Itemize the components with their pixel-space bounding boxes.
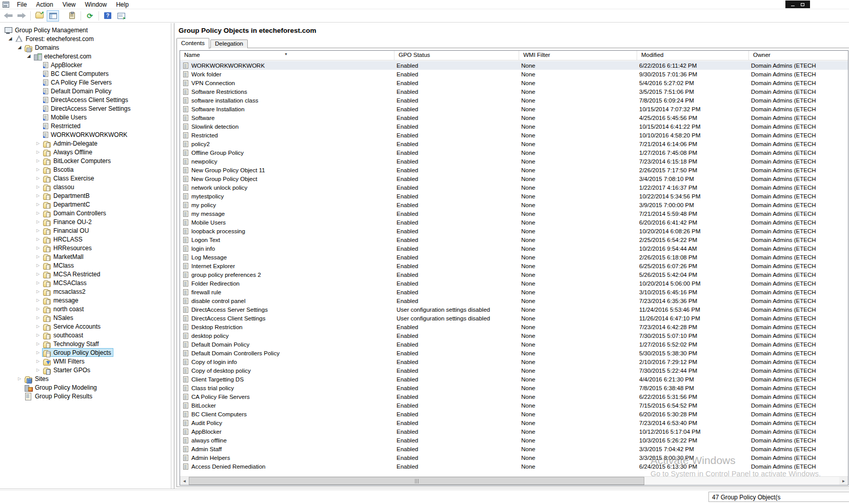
table-row[interactable]: my message Enabled None 7/21/2014 5:59:4…	[180, 209, 848, 218]
table-row[interactable]: WORKWORKWORKWORK Enabled None 6/22/2016 …	[180, 61, 848, 70]
table-row[interactable]: Software Installation Enabled None 10/15…	[180, 105, 848, 113]
tree-item[interactable]: ▷ Service Accounts	[0, 322, 171, 331]
expander-icon[interactable]: ▷	[34, 278, 42, 287]
tree-item[interactable]: DirectAccess Client Settings	[0, 95, 171, 104]
expander-icon[interactable]: ▷	[15, 374, 24, 383]
table-row[interactable]: mytestpolicy Enabled None 10/22/2014 5:3…	[180, 192, 848, 200]
scrollbar-track[interactable]	[644, 477, 839, 485]
table-row[interactable]: Log Message Enabled None 2/26/2015 6:18:…	[180, 253, 848, 261]
tree-item[interactable]: ▷ Technology Staff	[0, 339, 171, 348]
expander-icon[interactable]: ▷	[34, 235, 42, 244]
table-row[interactable]: Slowlink detection Enabled None 10/15/20…	[180, 122, 848, 131]
column-header-modified[interactable]: Modified	[637, 51, 749, 60]
tree-item[interactable]: ◢ etecheforest.com	[0, 52, 171, 61]
menu-file[interactable]: File	[12, 0, 31, 9]
tree-item[interactable]: WORKWORKWORKWORK	[0, 130, 171, 139]
column-header-name[interactable]: Name ▼	[180, 51, 394, 60]
table-row[interactable]: Default Domain Controllers Policy Enable…	[180, 349, 848, 357]
expander-icon[interactable]: ▷	[34, 209, 42, 217]
table-row[interactable]: DirectAccess Client Settings User config…	[180, 314, 848, 322]
table-row[interactable]: DirectAccess Server Settings User config…	[180, 305, 848, 314]
expander-icon[interactable]: ◢	[25, 52, 33, 61]
expander-icon[interactable]: ▷	[34, 148, 42, 156]
forward-button[interactable]	[15, 10, 28, 22]
up-one-level-button[interactable]	[33, 10, 46, 22]
tree-item[interactable]: ▷ mcsaclass2	[0, 287, 171, 296]
expander-icon[interactable]: ▷	[34, 191, 42, 200]
tree-item[interactable]: ▷ Bscotia	[0, 165, 171, 174]
table-row[interactable]: Access Denied Remediation Enabled None 6…	[180, 462, 848, 471]
tree-item[interactable]: ▷ Starter GPOs	[0, 366, 171, 374]
expander-icon[interactable]: ▷	[34, 322, 42, 331]
tree-item[interactable]: ▷ DepartmentB	[0, 191, 171, 200]
table-row[interactable]: desktop policy Enabled None 7/30/2015 5:…	[180, 331, 848, 340]
maximize-icon[interactable]	[801, 3, 804, 6]
expander-icon[interactable]: ▷	[34, 217, 42, 226]
table-row[interactable]: VPN Connection Enabled None 5/4/2016 5:2…	[180, 78, 848, 87]
tree-item[interactable]: ▷ north coast	[0, 305, 171, 313]
expander-icon[interactable]: ▷	[34, 261, 42, 270]
table-row[interactable]: BitLocker Enabled None 7/15/2015 6:54:52…	[180, 401, 848, 410]
table-row[interactable]: New Group Policy Object 11 Enabled None …	[180, 166, 848, 174]
table-row[interactable]: Copy of login info Enabled None 2/10/201…	[180, 357, 848, 366]
table-row[interactable]: Software Restrictions Enabled None 3/5/2…	[180, 87, 848, 96]
table-row[interactable]: firewall rule Enabled None 3/10/2015 6:4…	[180, 288, 848, 296]
tree-item[interactable]: ▷ Domain Controllers	[0, 209, 171, 217]
column-header-wmi-filter[interactable]: WMI Filter	[519, 51, 637, 60]
tree-item[interactable]: ▷ MarketMall	[0, 252, 171, 261]
refresh-button[interactable]: ⟳	[84, 10, 96, 22]
tree-item-selected[interactable]: ▷ Group Policy Objects	[0, 348, 171, 357]
expander-icon[interactable]: ▷	[34, 331, 42, 339]
scrollbar-thumb[interactable]	[189, 477, 644, 485]
tree-item[interactable]: ▷ DepartmentC	[0, 200, 171, 209]
expander-icon[interactable]: ▷	[34, 226, 42, 235]
table-row[interactable]: New Group Policy Object Enabled None 3/4…	[180, 174, 848, 183]
tree-item[interactable]: ▷ MCSA Restricted	[0, 270, 171, 278]
menu-action[interactable]: Action	[31, 0, 57, 9]
tree-item[interactable]: ▷ Finance OU-2	[0, 217, 171, 226]
table-row[interactable]: Internet Explorer Enabled None 6/25/2015…	[180, 261, 848, 270]
table-row[interactable]: Admin Helpers Enabled None 3/3/2015 8:00…	[180, 453, 848, 462]
table-row[interactable]: network unlock policy Enabled None 1/22/…	[180, 183, 848, 192]
table-row[interactable]: Default Domain Policy Enabled None 1/27/…	[180, 340, 848, 349]
scroll-right-button[interactable]: ►	[839, 477, 848, 485]
horizontal-scrollbar[interactable]: ◄ ►	[180, 476, 848, 485]
table-row[interactable]: Folder Redirection Enabled None 10/20/20…	[180, 279, 848, 288]
minimize-icon[interactable]	[791, 6, 795, 6]
menu-view[interactable]: View	[58, 0, 81, 9]
table-row[interactable]: loopback processing Enabled None 10/20/2…	[180, 227, 848, 235]
tree-item[interactable]: ▷ HRCLASS	[0, 235, 171, 244]
tree-item[interactable]: Restrricted	[0, 122, 171, 130]
panel-splitter[interactable]	[171, 23, 174, 489]
expander-icon[interactable]: ▷	[34, 200, 42, 209]
expander-icon[interactable]: ▷	[34, 165, 42, 174]
tree-item[interactable]: ▷ Sites	[0, 374, 171, 383]
tree-item[interactable]: ▷ MCSAClass	[0, 278, 171, 287]
menu-window[interactable]: Window	[81, 0, 112, 9]
expander-icon[interactable]: ▷	[34, 313, 42, 322]
tree-item[interactable]: ▷ Always Offline	[0, 148, 171, 156]
column-header-gpo-status[interactable]: GPO Status	[394, 51, 519, 60]
tree-item[interactable]: BC Client Computers	[0, 69, 171, 78]
tree-item[interactable]: AppBlocker	[0, 61, 171, 69]
table-row[interactable]: software installation class Enabled None…	[180, 96, 848, 105]
expander-icon[interactable]: ▷	[34, 339, 42, 348]
table-row[interactable]: Logon Text Enabled None 2/25/2015 6:54:2…	[180, 235, 848, 244]
tree-item[interactable]: ▷ MClass	[0, 261, 171, 270]
menu-help[interactable]: Help	[111, 0, 133, 9]
table-row[interactable]: always offline Enabled None 10/3/2016 5:…	[180, 436, 848, 445]
tree-item[interactable]: ▷ WMI Filters	[0, 357, 171, 366]
tree-item[interactable]: ◢ Domains	[0, 43, 171, 52]
table-row[interactable]: Work folder Enabled None 9/30/2015 7:01:…	[180, 70, 848, 78]
expander-icon[interactable]: ◢	[15, 43, 24, 52]
scroll-left-button[interactable]: ◄	[180, 477, 189, 485]
tree-item[interactable]: Default Domain Policy	[0, 87, 171, 95]
expander-icon[interactable]: ▷	[34, 174, 42, 183]
expander-icon[interactable]: ▷	[34, 244, 42, 252]
tree-item[interactable]: ▷ Admin-Delegate	[0, 139, 171, 148]
table-row[interactable]: CA Policy File Servers Enabled None 6/22…	[180, 392, 848, 401]
tree-item[interactable]: ▷ NSales	[0, 313, 171, 322]
tree-item[interactable]: ▷ HRResources	[0, 244, 171, 252]
table-row[interactable]: newpolicy Enabled None 7/23/2014 6:15:18…	[180, 157, 848, 166]
tree-item[interactable]: ▷ southcoast	[0, 331, 171, 339]
